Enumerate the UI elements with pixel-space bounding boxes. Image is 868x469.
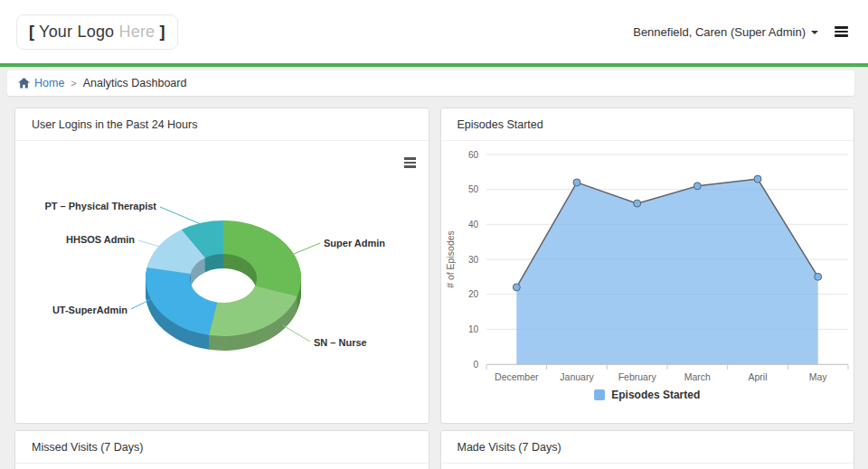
donut-slice-label: SN – Nurse — [314, 337, 367, 348]
missed-visits-panel: Missed Visits (7 Days) — [14, 430, 429, 469]
episodes-area-chart: 0102030405060# of EpisodesDecemberJanuar… — [441, 141, 852, 387]
donut-label-connector — [283, 325, 310, 342]
breadcrumb-home-label: Home — [34, 77, 64, 89]
data-point-marker[interactable] — [573, 179, 580, 186]
user-logins-panel-title: User Logins in the Past 24 Hours — [15, 108, 429, 141]
y-tick-label: 0 — [473, 360, 478, 370]
logo-bracket-left: [ — [29, 23, 34, 41]
donut-slice[interactable] — [146, 267, 217, 335]
user-logins-chart-area: Super AdminSN – NurseUT-SuperAdminHHSOS … — [15, 141, 429, 423]
missed-visits-panel-title: Missed Visits (7 Days) — [15, 431, 429, 464]
home-icon — [18, 78, 30, 89]
data-point-marker[interactable] — [693, 183, 701, 190]
user-dropdown[interactable]: Bennefield, Caren (Super Admin) — [633, 25, 818, 39]
logo-text-muted: Here — [119, 23, 156, 41]
x-tick-label: March — [684, 371, 710, 382]
logo-text: Your Logo — [39, 23, 114, 41]
user-name-label: Bennefield, Caren (Super Admin) — [633, 25, 806, 39]
x-tick-label: February — [618, 371, 656, 382]
logo-bracket-right: ] — [160, 23, 165, 41]
y-tick-label: 30 — [467, 255, 478, 265]
breadcrumb-current: Analytics Dashboard — [83, 77, 187, 89]
main-content: Home > Analytics Dashboard User Logins i… — [0, 67, 868, 469]
header-right: Bennefield, Caren (Super Admin) — [633, 24, 850, 39]
donut-slice-label: PT – Physical Therapist — [45, 201, 157, 211]
user-logins-donut-chart: Super AdminSN – NurseUT-SuperAdminHHSOS … — [15, 141, 426, 423]
made-visits-panel: Made Visits (7 Days) — [440, 430, 855, 469]
data-point-marker[interactable] — [754, 175, 761, 183]
legend-label: Episodes Started — [611, 389, 700, 401]
donut-slice-label: HHSOS Admin — [66, 234, 135, 245]
episodes-started-panel: Episodes Started 0102030405060# of Episo… — [440, 108, 855, 424]
y-axis-title: # of Episodes — [445, 230, 456, 288]
episodes-panel-title: Episodes Started — [441, 108, 854, 141]
donut-slice-label: Super Admin — [324, 238, 385, 249]
user-logins-panel: User Logins in the Past 24 Hours Super A… — [14, 108, 429, 424]
breadcrumb-separator: > — [71, 78, 76, 89]
y-tick-label: 50 — [467, 184, 478, 194]
visits-row: Missed Visits (7 Days) Made Visits (7 Da… — [14, 430, 854, 469]
x-tick-label: January — [560, 371, 594, 382]
chart-export-menu-icon[interactable] — [401, 155, 419, 171]
made-visits-panel-title: Made Visits (7 Days) — [441, 431, 854, 464]
x-tick-label: May — [808, 371, 827, 382]
x-tick-label: April — [748, 371, 767, 382]
area-series-fill — [516, 179, 817, 364]
menu-icon[interactable] — [833, 24, 850, 39]
donut-label-connector — [289, 243, 320, 256]
breadcrumb: Home > Analytics Dashboard — [7, 70, 854, 96]
data-point-marker[interactable] — [814, 273, 821, 280]
episodes-legend-item[interactable]: Episodes Started — [441, 389, 854, 401]
y-tick-label: 40 — [467, 220, 478, 230]
legend-swatch — [594, 389, 605, 400]
y-tick-label: 20 — [467, 289, 478, 299]
charts-row: User Logins in the Past 24 Hours Super A… — [14, 108, 854, 424]
data-point-marker[interactable] — [513, 284, 520, 291]
episodes-chart-area: 0102030405060# of EpisodesDecemberJanuar… — [441, 141, 854, 423]
logo-placeholder[interactable]: [ Your Logo Here ] — [16, 14, 178, 50]
chevron-down-icon — [811, 31, 818, 34]
donut-slice-label: UT-SuperAdmin — [52, 305, 127, 315]
x-tick-label: December — [495, 371, 539, 382]
data-point-marker[interactable] — [633, 200, 640, 207]
breadcrumb-home-link[interactable]: Home — [18, 77, 64, 89]
y-tick-label: 10 — [467, 324, 478, 334]
donut-label-connector — [160, 207, 205, 226]
y-tick-label: 60 — [467, 150, 478, 160]
top-header: [ Your Logo Here ] Bennefield, Caren (Su… — [0, 0, 868, 63]
